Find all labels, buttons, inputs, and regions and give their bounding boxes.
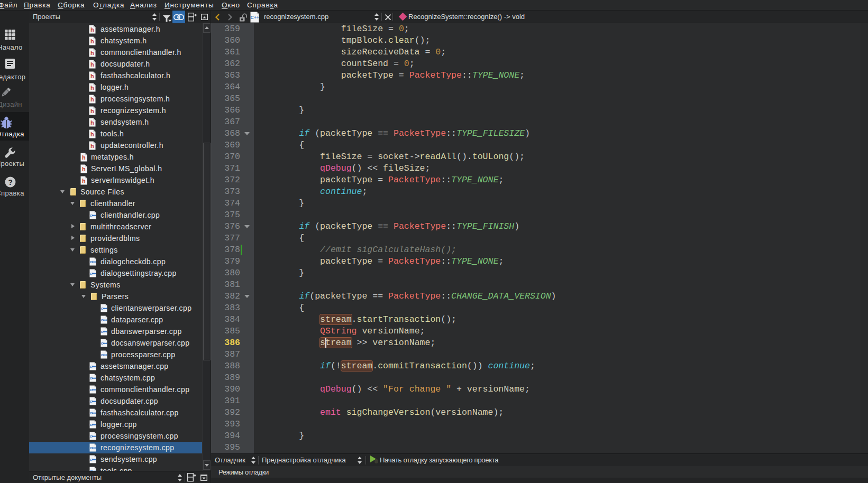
svg-text:c: c (90, 422, 93, 427)
svg-text:c: c (101, 352, 104, 357)
svg-text:c: c (101, 306, 104, 311)
svg-text:h: h (90, 61, 94, 68)
svg-text:c: c (101, 341, 104, 346)
svg-text:c: c (101, 329, 104, 334)
svg-text:h: h (90, 119, 94, 126)
svg-text:c: c (90, 445, 93, 450)
svg-text:c: c (90, 411, 93, 415)
svg-text:h: h (90, 143, 94, 149)
svg-text:h: h (82, 154, 86, 161)
svg-text:h: h (82, 166, 86, 172)
svg-text:h: h (90, 50, 94, 56)
svg-text:?: ? (8, 178, 13, 187)
svg-text:h: h (90, 73, 94, 79)
svg-text:h: h (90, 131, 94, 137)
svg-text:c: c (101, 318, 104, 322)
svg-text:h: h (90, 85, 94, 91)
svg-text:h: h (82, 178, 86, 184)
svg-text:c: c (90, 434, 93, 439)
svg-text:h: h (90, 26, 94, 33)
svg-text:c: c (90, 271, 93, 276)
svg-text:c: c (90, 457, 93, 462)
svg-text:h: h (90, 96, 94, 103)
svg-text:c: c (90, 399, 93, 404)
svg-text:h: h (90, 38, 94, 44)
svg-text:c: c (90, 387, 93, 392)
svg-text:c: c (90, 364, 93, 369)
svg-text:h: h (90, 108, 94, 114)
svg-text:c: c (90, 259, 93, 264)
svg-text:C++: C++ (251, 15, 259, 20)
svg-text:c: c (90, 213, 93, 218)
svg-text:c: c (90, 376, 93, 380)
